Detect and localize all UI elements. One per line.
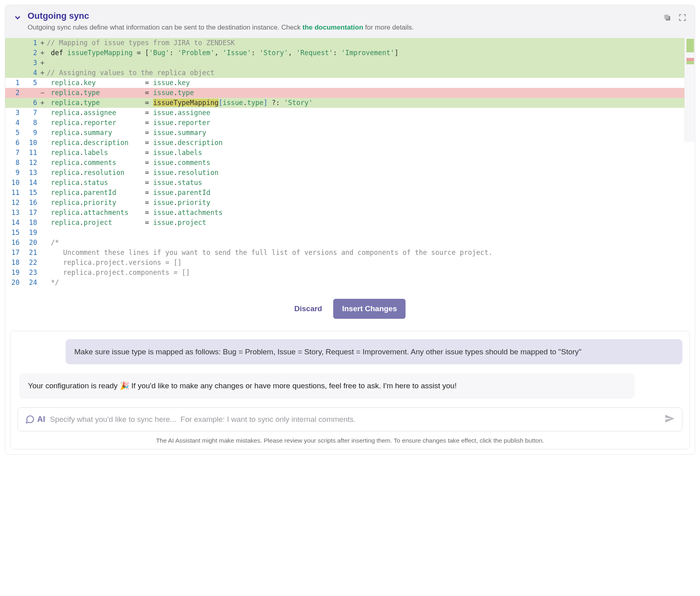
line-number-new: 24 bbox=[23, 278, 40, 288]
diff-marker: + bbox=[40, 58, 46, 68]
send-icon bbox=[664, 413, 675, 424]
code-content: replica.project.versions = [] bbox=[46, 258, 695, 268]
code-content: replica.comments = issue.comments bbox=[46, 158, 695, 168]
line-number-old: 2 bbox=[5, 88, 23, 98]
line-number-new: 10 bbox=[23, 138, 40, 148]
chat-input-row: AI bbox=[18, 407, 682, 431]
ai-disclaimer: The AI Assistant might make mistakes. Pl… bbox=[18, 437, 682, 444]
code-content: replica.project = issue.project bbox=[46, 218, 695, 228]
code-content: def issueTypeMapping = ['Bug': 'Problem'… bbox=[46, 48, 695, 58]
panel-subtitle: Outgoing sync rules define what informat… bbox=[28, 23, 657, 32]
fullscreen-icon bbox=[678, 13, 687, 22]
line-number-new: 19 bbox=[23, 228, 40, 238]
code-line[interactable]: 15 replica.key = issue.key bbox=[5, 78, 695, 88]
send-button[interactable] bbox=[664, 413, 675, 425]
discard-button[interactable]: Discard bbox=[294, 304, 322, 313]
code-line[interactable]: 4+// Assigning values to the replica obj… bbox=[5, 68, 695, 78]
code-content: replica.summary = issue.summary bbox=[46, 128, 695, 138]
line-number-new: 23 bbox=[23, 268, 40, 278]
copy-icon bbox=[663, 13, 672, 22]
panel-header: Outgoing sync Outgoing sync rules define… bbox=[5, 5, 695, 38]
line-number-old: 13 bbox=[5, 208, 23, 218]
code-line[interactable]: 1923 replica.project.components = [] bbox=[5, 268, 695, 278]
line-number-new: 16 bbox=[23, 198, 40, 208]
code-line[interactable]: 2+ def issueTypeMapping = ['Bug': 'Probl… bbox=[5, 48, 695, 58]
collapse-toggle[interactable] bbox=[13, 13, 22, 24]
code-content: replica.status = issue.status bbox=[46, 178, 695, 188]
code-line[interactable]: 610 replica.description = issue.descript… bbox=[5, 138, 695, 148]
code-line[interactable]: 1519 bbox=[5, 228, 695, 238]
code-line[interactable]: 1216 replica.priority = issue.priority bbox=[5, 198, 695, 208]
code-line[interactable]: 1418 replica.project = issue.project bbox=[5, 218, 695, 228]
line-number-new: 7 bbox=[23, 108, 40, 118]
line-number-old: 7 bbox=[5, 148, 23, 158]
line-number-old: 6 bbox=[5, 138, 23, 148]
code-line[interactable]: 1620 /* bbox=[5, 238, 695, 248]
code-line[interactable]: 812 replica.comments = issue.comments bbox=[5, 158, 695, 168]
code-line[interactable]: 913 replica.resolution = issue.resolutio… bbox=[5, 168, 695, 178]
ai-label: AI bbox=[37, 415, 45, 424]
code-content: replica.type = issue.type bbox=[46, 88, 695, 98]
line-number-new: 6 bbox=[23, 98, 40, 108]
diff-marker: + bbox=[40, 68, 46, 78]
code-content: replica.key = issue.key bbox=[46, 78, 695, 88]
line-number-new: 20 bbox=[23, 238, 40, 248]
line-number-old: 18 bbox=[5, 258, 23, 268]
code-line[interactable]: 59 replica.summary = issue.summary bbox=[5, 128, 695, 138]
line-number-new: 21 bbox=[23, 248, 40, 258]
line-number-new: 1 bbox=[23, 38, 40, 48]
line-number-old: 12 bbox=[5, 198, 23, 208]
code-line[interactable]: 1317 replica.attachments = issue.attachm… bbox=[5, 208, 695, 218]
assistant-message: Your configuration is ready 🎉 If you'd l… bbox=[19, 373, 634, 399]
line-number-new: 14 bbox=[23, 178, 40, 188]
code-content: // Mapping of issue types from JIRA to Z… bbox=[46, 38, 695, 48]
code-diff-editor[interactable]: 1+// Mapping of issue types from JIRA to… bbox=[5, 38, 695, 288]
code-line[interactable]: 1+// Mapping of issue types from JIRA to… bbox=[5, 38, 695, 48]
line-number-old: 10 bbox=[5, 178, 23, 188]
code-content: replica.parentId = issue.parentId bbox=[46, 188, 695, 198]
minimap[interactable] bbox=[684, 38, 695, 142]
copy-button[interactable] bbox=[663, 13, 672, 22]
line-number-new: 9 bbox=[23, 128, 40, 138]
code-line[interactable]: 1014 replica.status = issue.status bbox=[5, 178, 695, 188]
code-line[interactable]: 2− replica.type = issue.type bbox=[5, 88, 695, 98]
line-number-old: 20 bbox=[5, 278, 23, 288]
line-number-old: 9 bbox=[5, 168, 23, 178]
code-line[interactable]: 1721 Uncomment these lines if you want t… bbox=[5, 248, 695, 258]
line-number-new: 13 bbox=[23, 168, 40, 178]
code-content: replica.description = issue.description bbox=[46, 138, 695, 148]
code-line[interactable]: 37 replica.assignee = issue.assignee bbox=[5, 108, 695, 118]
code-line[interactable]: 711 replica.labels = issue.labels bbox=[5, 148, 695, 158]
code-line[interactable]: 48 replica.reporter = issue.reporter bbox=[5, 118, 695, 128]
line-number-old: 15 bbox=[5, 228, 23, 238]
code-line[interactable]: 3+ bbox=[5, 58, 695, 68]
code-content: replica.project.components = [] bbox=[46, 268, 695, 278]
chat-input[interactable] bbox=[50, 415, 660, 424]
line-number-new: 2 bbox=[23, 48, 40, 58]
code-line[interactable]: 1115 replica.parentId = issue.parentId bbox=[5, 188, 695, 198]
code-line[interactable]: 2024 */ bbox=[5, 278, 695, 288]
documentation-link[interactable]: the documentation bbox=[302, 24, 363, 31]
line-number-new: 4 bbox=[23, 68, 40, 78]
line-number-old: 8 bbox=[5, 158, 23, 168]
chevron-down-icon bbox=[13, 13, 22, 22]
line-number-old: 4 bbox=[5, 118, 23, 128]
user-message: Make sure issue type is mapped as follow… bbox=[66, 339, 682, 365]
line-number-old: 19 bbox=[5, 268, 23, 278]
code-content: replica.type = issueTypeMapping[issue.ty… bbox=[46, 98, 695, 108]
line-number-new: 11 bbox=[23, 148, 40, 158]
insert-changes-button[interactable]: Insert Changes bbox=[333, 299, 406, 319]
line-number-new: 18 bbox=[23, 218, 40, 228]
code-content: /* bbox=[46, 238, 695, 248]
code-line[interactable]: 6+ replica.type = issueTypeMapping[issue… bbox=[5, 98, 695, 108]
chat-icon bbox=[25, 415, 35, 424]
subtitle-suffix: for more details. bbox=[363, 24, 414, 31]
line-number-old: 1 bbox=[5, 78, 23, 88]
outgoing-sync-panel: Outgoing sync Outgoing sync rules define… bbox=[5, 5, 695, 455]
subtitle-prefix: Outgoing sync rules define what informat… bbox=[28, 24, 302, 31]
line-number-new: 3 bbox=[23, 58, 40, 68]
line-number-new: 17 bbox=[23, 208, 40, 218]
line-number-new: 8 bbox=[23, 118, 40, 128]
fullscreen-button[interactable] bbox=[678, 13, 687, 22]
code-line[interactable]: 1822 replica.project.versions = [] bbox=[5, 258, 695, 268]
